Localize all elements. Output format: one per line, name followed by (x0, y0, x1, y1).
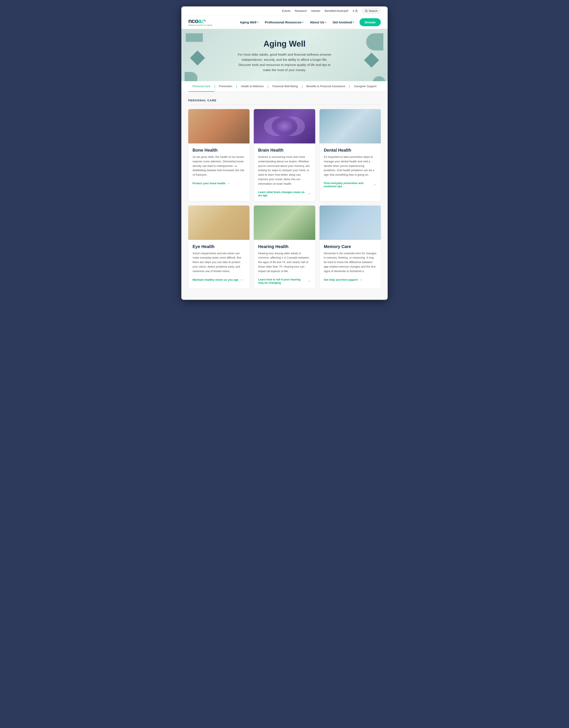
card-image-memory-care (320, 206, 381, 240)
card-image-eye-health (188, 206, 249, 240)
card-body-eye-health: Eye Health Vision impairments and low vi… (188, 240, 249, 286)
card-eye-health: Eye Health Vision impairments and low vi… (188, 206, 249, 289)
chevron-down-icon: ▾ (257, 21, 258, 23)
card-desc-hearing-health: Hearing loss among older adults is commo… (258, 251, 311, 274)
card-title-memory-care: Memory Care (324, 244, 377, 249)
card-body-brain-health: Brain Health Science is uncovering more … (254, 143, 315, 201)
tab-prevention[interactable]: Prevention (215, 81, 236, 92)
card-body-hearing-health: Hearing Health Hearing loss among older … (254, 240, 315, 289)
card-desc-brain-health: Science is uncovering more and more unde… (258, 155, 311, 186)
logo-tagline: national council on aging (188, 24, 212, 26)
card-title-dental-health: Dental Health (324, 148, 377, 153)
card-link-dental-health[interactable]: Find everyday prevention and treatment t… (324, 181, 377, 188)
card-title-hearing-health: Hearing Health (258, 244, 311, 249)
card-title-brain-health: Brain Health (258, 148, 311, 153)
chevron-down-icon: ▾ (353, 21, 354, 23)
main-content: PERSONAL CARE Bone Health As we grow old… (181, 92, 388, 300)
card-image-hearing-health (254, 206, 315, 240)
tab-personal-care[interactable]: Personal Care (189, 81, 214, 92)
section-title: PERSONAL CARE (188, 99, 381, 105)
card-dental-health: Dental Health It's important to take pre… (320, 109, 381, 201)
card-bone-health: Bone Health As we grow older, the health… (188, 109, 249, 201)
logo-icon (202, 20, 206, 23)
card-hearing-health: Hearing Health Hearing loss among older … (254, 206, 315, 289)
nav-item-professional-resources[interactable]: Professional Resources ▾ (262, 19, 306, 26)
donate-button[interactable]: Donate (360, 18, 381, 26)
arrow-icon: → (308, 192, 311, 196)
search-icon (365, 10, 368, 12)
card-body-dental-health: Dental Health It's important to take pre… (320, 143, 381, 192)
card-link-hearing-health[interactable]: Learn how to tell if your hearing may be… (258, 278, 311, 284)
arrow-icon: → (227, 181, 230, 185)
card-link-brain-health[interactable]: Learn what brain changes mean as we age … (258, 190, 311, 197)
card-desc-memory-care: Dementia is the umbrella term for change… (324, 251, 377, 274)
tab-financial-well-being[interactable]: Financial Well-Being (268, 81, 302, 92)
hero-section: Aging Well For most older adults, good h… (181, 29, 388, 81)
tab-benefits-financial[interactable]: Benefits & Financial Assistance (303, 81, 349, 92)
arrow-icon: → (373, 183, 377, 187)
cards-grid-row2: Eye Health Vision impairments and low vi… (188, 206, 381, 289)
utility-link-adviser[interactable]: Adviser (311, 9, 321, 12)
card-link-bone-health[interactable]: Protect your bone health → (192, 181, 245, 185)
deco-2 (190, 50, 205, 65)
tab-caregiver-support[interactable]: Caregiver Support (350, 81, 381, 92)
utility-link-events[interactable]: Events (282, 9, 291, 12)
logo[interactable]: ncoa national council on aging (188, 18, 212, 26)
nav-item-about-us[interactable]: About Us ▾ (307, 19, 329, 26)
deco-3 (184, 72, 197, 81)
deco-r2 (364, 53, 379, 68)
card-brain-health: Brain Health Science is uncovering more … (254, 109, 315, 201)
nav-item-get-involved[interactable]: Get Involved ▾ (330, 19, 357, 26)
svg-point-0 (365, 10, 367, 12)
browser-frame: Events Research Adviser BenefitsCheckUp®… (181, 6, 388, 300)
font-size-large[interactable]: A (355, 9, 358, 13)
arrow-icon: → (308, 279, 311, 283)
utility-link-benefitscheckup[interactable]: BenefitsCheckUp® (325, 9, 348, 12)
chevron-down-icon: ▾ (325, 21, 326, 23)
arrow-icon: → (240, 278, 243, 282)
hero-description: For most older adults, good health and f… (237, 52, 332, 73)
search-button[interactable]: Search (362, 8, 381, 14)
card-desc-bone-health: As we grow older, the health of our bone… (192, 155, 245, 177)
arrow-icon: → (359, 278, 363, 282)
tab-health-wellness[interactable]: Health & Wellness (237, 81, 267, 92)
hero-title: Aging Well (188, 39, 381, 49)
deco-r3 (373, 76, 386, 81)
font-size-small[interactable]: A (353, 9, 354, 12)
nav-links: Aging Well ▾ Professional Resources ▾ Ab… (237, 18, 381, 26)
card-image-bone-health (188, 109, 249, 143)
card-link-memory-care[interactable]: Get help and find support → (324, 278, 377, 282)
utility-link-research[interactable]: Research (295, 9, 307, 12)
card-body-memory-care: Memory Care Dementia is the umbrella ter… (320, 240, 381, 286)
cards-grid-row1: Bone Health As we grow older, the health… (188, 109, 381, 201)
card-desc-dental-health: It's important to take preventive steps … (324, 155, 377, 177)
utility-bar: Events Research Adviser BenefitsCheckUp®… (181, 6, 388, 15)
card-memory-care: Memory Care Dementia is the umbrella ter… (320, 206, 381, 289)
card-image-dental-health (320, 109, 381, 143)
card-image-brain-health (254, 109, 315, 143)
card-title-eye-health: Eye Health (192, 244, 245, 249)
card-desc-eye-health: Vision impairments and low vision can ma… (192, 251, 245, 274)
font-size-controls: A A (353, 9, 358, 13)
card-title-bone-health: Bone Health (192, 148, 245, 153)
card-body-bone-health: Bone Health As we grow older, the health… (188, 143, 249, 190)
chevron-down-icon: ▾ (302, 21, 304, 23)
tab-nav: Personal Care | Prevention | Health & We… (181, 81, 388, 92)
svg-line-1 (367, 11, 368, 12)
logo-text: ncoa (188, 18, 212, 24)
main-nav: ncoa national council on aging Aging Wel… (181, 15, 388, 29)
card-link-eye-health[interactable]: Maintain healthy vision as you age → (192, 278, 245, 282)
nav-item-aging-well[interactable]: Aging Well ▾ (237, 19, 261, 26)
